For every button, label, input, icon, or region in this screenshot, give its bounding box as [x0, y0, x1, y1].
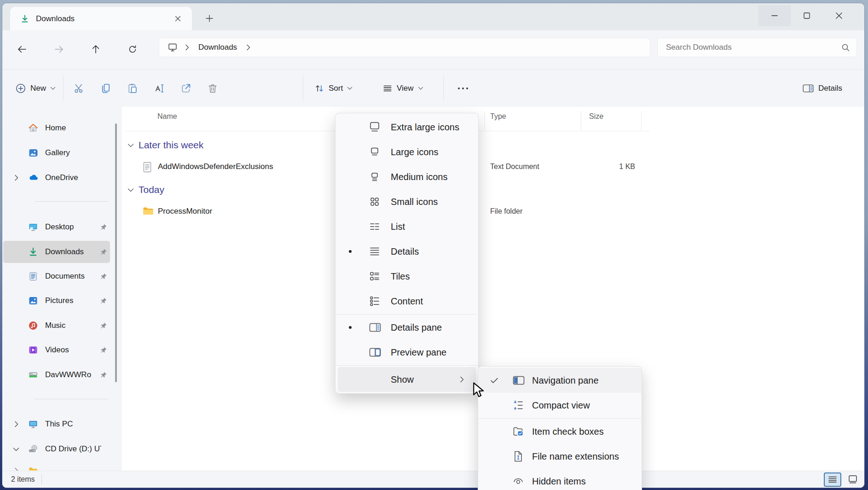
- sidebar-item-label: Videos: [45, 345, 69, 355]
- hidden-items-icon: [512, 475, 524, 487]
- view-button[interactable]: View: [378, 80, 428, 97]
- menu-item-label: File name extensions: [532, 451, 619, 462]
- folder-icon: [143, 206, 154, 216]
- paste-button[interactable]: [119, 83, 146, 94]
- menu-item-content[interactable]: Content: [336, 289, 478, 314]
- column-separator[interactable]: [581, 111, 581, 130]
- menu-item-details-pane[interactable]: Details pane: [336, 315, 478, 340]
- menu-item-large-icons[interactable]: Large icons: [336, 140, 478, 164]
- thumbnail-view-toggle[interactable]: [844, 472, 862, 487]
- column-header-type[interactable]: Type: [490, 112, 506, 121]
- view-menu: Extra large icons Large icons Medium ico…: [335, 113, 479, 394]
- sidebar-item-documents[interactable]: Documents: [2, 266, 122, 286]
- refresh-button[interactable]: [121, 37, 145, 61]
- menu-item-show[interactable]: Show: [338, 367, 476, 392]
- monitor-icon: [168, 42, 178, 52]
- pin-icon: [100, 248, 107, 256]
- sort-button[interactable]: Sort: [310, 80, 357, 97]
- new-plus-icon: [15, 83, 26, 94]
- copy-button[interactable]: [93, 83, 119, 94]
- submenu-item-hidden-items[interactable]: Hidden items: [478, 469, 642, 490]
- column-header-name[interactable]: Name: [157, 112, 177, 121]
- navigation-pane-icon: [512, 375, 525, 386]
- menu-item-medium-icons[interactable]: Medium icons: [336, 164, 478, 189]
- sidebar-item-home[interactable]: Home: [2, 118, 122, 138]
- tab-close-button[interactable]: [170, 11, 185, 27]
- chevron-right-icon[interactable]: [12, 175, 20, 181]
- sidebar-item-cd-drive[interactable]: CD Drive (D:) UT: [2, 439, 122, 459]
- file-type: File folder: [490, 207, 522, 216]
- sidebar-item-pictures[interactable]: Pictures: [2, 291, 122, 311]
- sidebar-scrollbar[interactable]: [115, 123, 117, 382]
- minimize-icon: [771, 12, 778, 19]
- column-separator[interactable]: [484, 111, 485, 130]
- sidebar-separator: [35, 201, 108, 202]
- navigation-bar: Downloads: [2, 30, 864, 69]
- menu-item-list[interactable]: List: [336, 214, 478, 239]
- up-button[interactable]: [84, 37, 108, 61]
- forward-button[interactable]: [47, 37, 71, 61]
- cut-button[interactable]: [66, 83, 93, 94]
- new-tab-button[interactable]: [200, 10, 219, 27]
- sidebar-item-this-pc[interactable]: This PC: [2, 414, 122, 434]
- menu-item-label: Tiles: [391, 271, 410, 282]
- items-count: 2 items: [11, 475, 35, 484]
- sidebar-separator: [35, 399, 108, 399]
- chevron-down-icon[interactable]: [127, 188, 134, 192]
- submenu-item-compact-view[interactable]: Compact view: [478, 393, 642, 418]
- menu-item-preview-pane[interactable]: Preview pane: [336, 340, 478, 365]
- sidebar-item-gallery[interactable]: Gallery: [2, 143, 122, 163]
- tab-downloads[interactable]: Downloads: [10, 7, 192, 30]
- download-icon: [20, 14, 29, 23]
- chevron-down-icon[interactable]: [127, 143, 134, 147]
- search-box[interactable]: [657, 38, 857, 57]
- this-pc-icon: [28, 419, 38, 429]
- menu-item-details[interactable]: Details: [336, 239, 478, 264]
- submenu-item-file-name-extensions[interactable]: File name extensions: [478, 444, 642, 469]
- back-button[interactable]: [10, 37, 34, 61]
- details-pane-button[interactable]: Details: [798, 80, 847, 97]
- sidebar-item-downloads[interactable]: Downloads: [2, 242, 122, 262]
- menu-item-tiles[interactable]: Tiles: [336, 264, 478, 289]
- chevron-right-icon[interactable]: [12, 421, 20, 427]
- menu-item-small-icons[interactable]: Small icons: [336, 189, 478, 214]
- breadcrumb-downloads[interactable]: Downloads: [198, 43, 237, 52]
- column-header-size[interactable]: Size: [589, 112, 603, 121]
- sidebar-item-onedrive[interactable]: OneDrive: [2, 168, 122, 188]
- new-label: New: [30, 84, 46, 93]
- share-button[interactable]: [173, 83, 199, 94]
- close-window-button[interactable]: [823, 5, 855, 26]
- group-label: Today: [139, 184, 164, 195]
- see-more-button[interactable]: [452, 82, 474, 94]
- minimize-button[interactable]: [758, 5, 791, 26]
- pin-icon: [100, 223, 107, 231]
- group-header-later-this-week[interactable]: Later this week: [127, 136, 203, 154]
- rename-button[interactable]: [146, 83, 173, 94]
- sidebar-item-videos[interactable]: Videos: [2, 340, 122, 360]
- compact-view-icon: [512, 399, 524, 411]
- toolbar-separator: [443, 76, 444, 100]
- menu-item-label: Preview pane: [391, 347, 446, 358]
- file-name-extensions-icon: [512, 450, 524, 462]
- sidebar-item-desktop[interactable]: Desktop: [2, 217, 122, 237]
- submenu-item-item-check-boxes[interactable]: Item check boxes: [478, 419, 642, 444]
- show-submenu: Navigation pane Compact view Item check …: [478, 366, 642, 490]
- new-button[interactable]: New: [11, 79, 60, 98]
- address-bar[interactable]: Downloads: [159, 38, 650, 57]
- sidebar-item-label: Gallery: [45, 148, 70, 158]
- group-header-today[interactable]: Today: [127, 181, 164, 199]
- sort-icon: [314, 83, 324, 93]
- submenu-item-navigation-pane[interactable]: Navigation pane: [478, 368, 642, 393]
- sidebar-item-label: Documents: [45, 272, 85, 281]
- maximize-button[interactable]: [791, 5, 823, 26]
- chevron-down-icon[interactable]: [12, 447, 20, 451]
- details-view-toggle[interactable]: [824, 472, 841, 487]
- sidebar-item-music[interactable]: Music: [2, 315, 122, 336]
- plus-icon: [205, 14, 214, 23]
- column-separator[interactable]: [641, 111, 642, 130]
- search-input[interactable]: [666, 43, 841, 52]
- sidebar-item-davwwwroot[interactable]: DavWWWRo: [2, 365, 122, 385]
- chevron-right-icon[interactable]: [246, 44, 250, 51]
- menu-item-extra-large-icons[interactable]: Extra large icons: [336, 115, 478, 140]
- delete-button[interactable]: [199, 83, 226, 94]
